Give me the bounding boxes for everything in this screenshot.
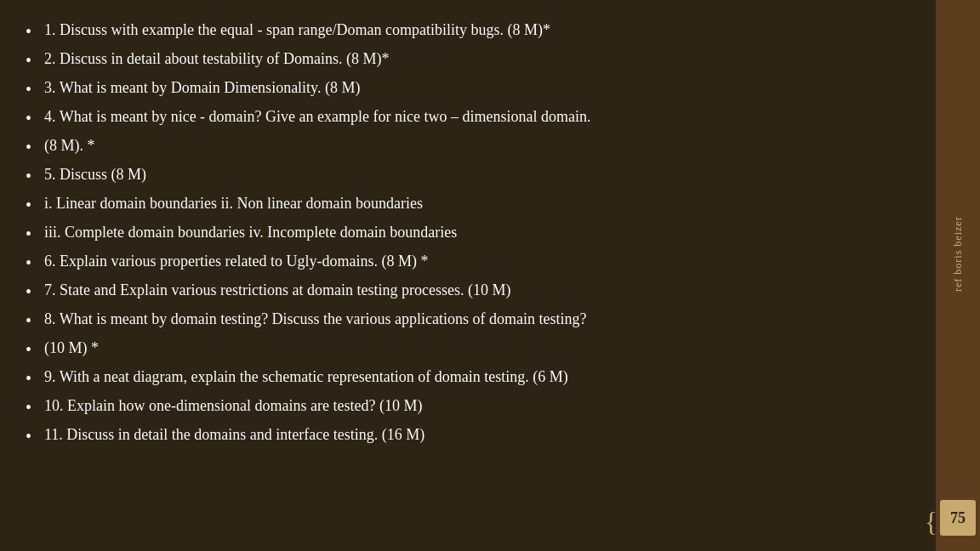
bullet-icon: •	[26, 20, 44, 44]
bullet-icon: •	[26, 424, 44, 449]
list-item-text: 10. Explain how one-dimensional domains …	[44, 395, 910, 417]
bullet-icon: •	[26, 366, 44, 391]
bullet-icon: •	[26, 193, 44, 218]
bullet-icon: •	[26, 164, 44, 189]
bullet-icon: •	[26, 395, 44, 420]
bullet-icon: •	[26, 48, 44, 73]
bullet-icon: •	[26, 135, 44, 160]
bracket-right-icon: }	[964, 508, 977, 536]
list-item: •8. What is meant by domain testing? Dis…	[26, 308, 910, 333]
list-item-text: 7. State and Explain various restriction…	[44, 279, 910, 301]
list-item-text: 4. What is meant by nice - domain? Give …	[44, 105, 910, 128]
main-content: •1. Discuss with example the equal - spa…	[0, 0, 936, 551]
bullet-icon: •	[26, 106, 44, 131]
list-item-text: 8. What is meant by domain testing? Disc…	[44, 308, 910, 330]
list-item: •2. Discuss in detail about testability …	[26, 48, 910, 73]
right-sidebar: ref boris beizer 75	[936, 0, 980, 551]
list-item-text: 11. Discuss in detail the domains and in…	[44, 423, 910, 446]
list-item: •11. Discuss in detail the domains and i…	[26, 423, 910, 449]
list-item-text: i. Linear domain boundaries ii. Non line…	[44, 192, 910, 214]
list-item-text: 5. Discuss (8 M)	[44, 163, 910, 185]
bracket-left-icon: {	[925, 508, 937, 536]
list-item-text: (8 M). *	[44, 134, 910, 156]
list-item: •9. With a neat diagram, explain the sch…	[26, 366, 910, 391]
bullet-icon: •	[26, 222, 44, 247]
list-item-text: 2. Discuss in detail about testability o…	[44, 48, 910, 70]
author-label: ref boris beizer	[952, 9, 965, 500]
bullet-icon: •	[26, 251, 44, 276]
list-item: •7. State and Explain various restrictio…	[26, 279, 910, 304]
list-item: •iii. Complete domain boundaries iv. Inc…	[26, 221, 910, 247]
list-item: •1. Discuss with example the equal - spa…	[26, 19, 910, 44]
list-item-text: 3. What is meant by Domain Dimensionalit…	[44, 77, 910, 99]
list-item: •3. What is meant by Domain Dimensionali…	[26, 77, 910, 102]
list-item: •4. What is meant by nice - domain? Give…	[26, 105, 910, 131]
list-item-text: 9. With a neat diagram, explain the sche…	[44, 366, 910, 388]
list-item: •(8 M). *	[26, 134, 910, 160]
list-item: •(10 M) *	[26, 337, 910, 362]
list-item-text: iii. Complete domain boundaries iv. Inco…	[44, 221, 910, 243]
list-item: •6. Explain various properties related t…	[26, 250, 910, 276]
list-item-text: 6. Explain various properties related to…	[44, 250, 910, 272]
list-item-text: (10 M) *	[44, 337, 910, 359]
bullet-icon: •	[26, 280, 44, 304]
bullet-icon: •	[26, 338, 44, 362]
list-item: •5. Discuss (8 M)	[26, 163, 910, 189]
list-item: •10. Explain how one-dimensional domains…	[26, 395, 910, 420]
bullet-icon: •	[26, 309, 44, 333]
bullet-icon: •	[26, 77, 44, 102]
list-item: •i. Linear domain boundaries ii. Non lin…	[26, 192, 910, 218]
question-list: •1. Discuss with example the equal - spa…	[26, 19, 910, 452]
list-item-text: 1. Discuss with example the equal - span…	[44, 19, 910, 41]
